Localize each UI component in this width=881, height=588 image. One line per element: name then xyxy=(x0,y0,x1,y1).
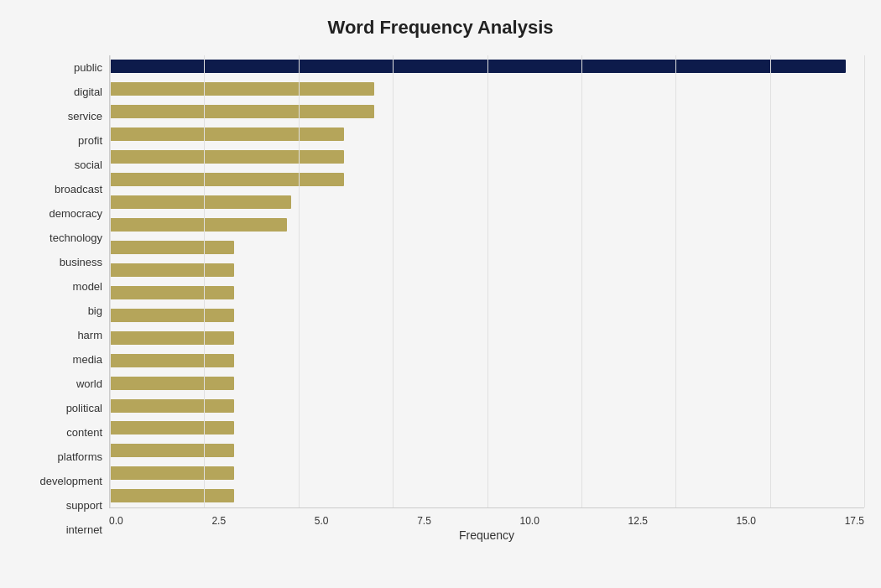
y-label-big: big xyxy=(17,305,102,316)
x-tick-7: 17.5 xyxy=(845,515,864,527)
x-axis-label: Frequency xyxy=(109,528,864,542)
x-tick-2: 5.0 xyxy=(315,515,329,527)
x-tick-1: 2.5 xyxy=(211,515,226,527)
x-tick-4: 10.0 xyxy=(520,515,540,527)
bar-digital xyxy=(110,82,374,96)
y-label-service: service xyxy=(17,111,102,122)
y-label-democracy: democracy xyxy=(17,208,102,219)
grid-line xyxy=(204,55,205,507)
x-tick-0: 0.0 xyxy=(109,515,123,527)
y-label-public: public xyxy=(17,62,102,73)
bar-big xyxy=(110,286,234,299)
bar-broadcast xyxy=(110,173,344,186)
bar-media xyxy=(110,331,234,345)
bar-development xyxy=(110,444,234,457)
bar-harm xyxy=(110,309,234,322)
y-label-digital: digital xyxy=(17,86,102,97)
y-label-world: world xyxy=(17,378,102,389)
y-label-support: support xyxy=(17,500,102,511)
y-label-platforms: platforms xyxy=(17,451,102,462)
grid-line xyxy=(299,55,300,507)
bar-political xyxy=(110,377,234,390)
bar-democracy xyxy=(110,195,291,209)
y-label-content: content xyxy=(17,427,102,438)
y-label-technology: technology xyxy=(17,232,102,243)
y-label-business: business xyxy=(17,257,102,268)
y-label-harm: harm xyxy=(17,330,102,341)
x-axis-ticks: 0.02.55.07.510.012.515.017.5 xyxy=(109,512,864,527)
y-label-profit: profit xyxy=(17,135,102,146)
bar-platforms xyxy=(110,421,234,434)
y-label-broadcast: broadcast xyxy=(17,184,102,195)
bar-model xyxy=(110,263,234,277)
y-label-political: political xyxy=(17,403,102,414)
bar-public xyxy=(110,60,846,73)
bar-internet xyxy=(110,489,234,502)
grid-line xyxy=(487,55,488,507)
chart-container: Word Frequency Analysis publicdigitalser… xyxy=(0,0,881,588)
y-label-development: development xyxy=(17,476,102,487)
bar-profit xyxy=(110,127,344,141)
bar-content xyxy=(110,399,234,413)
bar-service xyxy=(110,105,374,118)
bars-area xyxy=(109,55,864,508)
grid-line xyxy=(110,55,111,507)
grid-line xyxy=(675,55,676,507)
y-label-media: media xyxy=(17,354,102,365)
y-label-internet: internet xyxy=(17,524,102,535)
y-label-social: social xyxy=(17,159,102,170)
grid-line xyxy=(770,55,771,507)
bar-social xyxy=(110,150,344,164)
grid-line xyxy=(864,55,865,507)
x-tick-5: 12.5 xyxy=(628,515,648,527)
grid-line xyxy=(581,55,582,507)
grid-line xyxy=(393,55,394,507)
bar-support xyxy=(110,466,234,480)
y-axis-labels: publicdigitalserviceprofitsocialbroadcas… xyxy=(17,55,109,542)
bar-world xyxy=(110,354,234,367)
y-label-model: model xyxy=(17,281,102,292)
bar-technology xyxy=(110,218,287,232)
chart-title: Word Frequency Analysis xyxy=(17,17,864,39)
x-tick-6: 15.0 xyxy=(737,515,756,527)
bar-business xyxy=(110,241,234,254)
x-tick-3: 7.5 xyxy=(417,515,431,527)
